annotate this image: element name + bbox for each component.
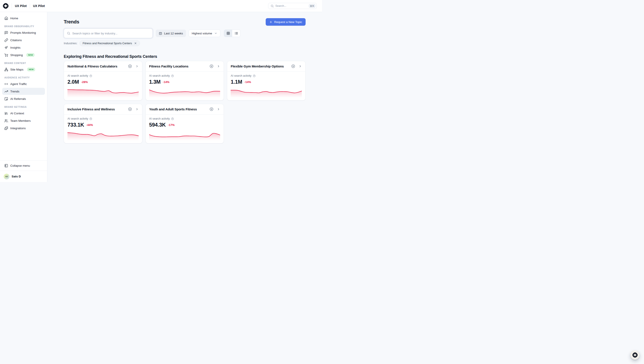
sidebar: Home BRAND OBSERVABILITY Prompts Monitor… — [0, 12, 47, 182]
open-topic-button[interactable] — [217, 64, 220, 68]
open-topic-button[interactable] — [135, 64, 139, 68]
trending-up-icon — [4, 90, 8, 93]
section-label-brand-content: BRAND CONTENT — [2, 62, 45, 64]
add-topic-button[interactable] — [210, 64, 214, 68]
sidebar-item-ai-referrals[interactable]: AI Referrals — [2, 95, 45, 102]
sidebar-item-label: AI Referrals — [10, 97, 26, 100]
add-topic-button[interactable] — [128, 64, 132, 68]
grid-view-button[interactable] — [224, 30, 232, 37]
sidebar-item-shopping[interactable]: Shopping NEW — [2, 52, 45, 58]
sort-label: Highest volume — [192, 32, 212, 35]
remove-filter-button[interactable] — [134, 42, 137, 45]
circle-plus-icon — [210, 107, 214, 111]
new-badge: NEW — [27, 68, 35, 71]
open-topic-button[interactable] — [135, 108, 139, 111]
help-circle-icon[interactable] — [171, 74, 174, 77]
metric-label: AI search activity — [68, 117, 88, 120]
sort-dropdown[interactable]: Highest volume — [188, 30, 220, 37]
sidebar-item-label: Integrations — [10, 126, 26, 130]
chevron-right-icon — [217, 64, 220, 68]
metric-label: AI search activity — [149, 117, 170, 120]
metric-change: -14% — [244, 80, 251, 84]
metric-label-row: AI search activity — [149, 74, 220, 77]
card-header: Flexible Gym Membership Options — [227, 61, 305, 72]
sidebar-item-insights[interactable]: Insights — [2, 44, 45, 51]
collapse-menu-label: Collapse menu — [10, 164, 30, 167]
industries-label: Industries: — [64, 42, 77, 45]
sparkline-chart — [68, 87, 139, 98]
avatar: SD — [4, 174, 10, 179]
collapse-menu-button[interactable]: Collapse menu — [0, 160, 47, 171]
card-header: Nutritional & Fitness Calculators — [64, 61, 142, 72]
metric-change: -17% — [168, 123, 174, 126]
topic-title: Fitness Facility Locations — [149, 64, 188, 68]
circle-plus-icon — [128, 107, 132, 111]
help-circle-icon[interactable] — [89, 74, 92, 77]
sidebar-item-label: Shopping — [10, 54, 23, 57]
header-divider — [12, 3, 12, 8]
sidebar-item-site-maps[interactable]: Site Maps NEW — [2, 66, 45, 73]
section-label-audience-activity: AUDIENCE ACTIVITY — [2, 76, 45, 79]
sidebar-item-label: Prompts Monitoring — [10, 31, 36, 34]
industry-filter-chip[interactable]: Fitness and Recreational Sports Centers — [80, 40, 140, 46]
sidebar-item-prompts-monitoring[interactable]: Prompts Monitoring — [2, 29, 45, 36]
sidebar-item-home[interactable]: Home — [2, 15, 45, 22]
add-topic-button[interactable] — [291, 64, 295, 68]
metric-value: 1.3M — [149, 79, 160, 85]
topic-card[interactable]: Inclusive Fitness and Wellness AI search… — [64, 104, 142, 144]
add-topic-button[interactable] — [128, 107, 132, 111]
topics-search-input[interactable] — [72, 32, 150, 35]
metric-label-row: AI search activity — [68, 117, 139, 120]
sidebar-item-trends[interactable]: Trends — [2, 88, 45, 95]
panel-left-close-icon — [4, 164, 8, 168]
topic-card[interactable]: Fitness Facility Locations AI search act… — [146, 61, 224, 100]
value-row: 733.1K -44% — [68, 122, 139, 128]
metric-change: -44% — [86, 123, 93, 126]
value-row: 1.3M -14% — [149, 79, 220, 85]
metric-label-row: AI search activity — [68, 74, 139, 77]
workspace-name[interactable]: UX Pilot — [33, 4, 45, 8]
metric-label: AI search activity — [149, 74, 170, 77]
sidebar-item-integrations[interactable]: Integrations — [2, 124, 45, 132]
add-topic-button[interactable] — [210, 107, 214, 111]
brand-name[interactable]: UX Pilot — [15, 4, 27, 8]
user-profile[interactable]: SD Sats D — [0, 171, 47, 182]
time-range-selector[interactable]: Last 12 weeks — [156, 30, 186, 37]
library-icon — [4, 112, 8, 115]
sidebar-item-team-members[interactable]: Team Members — [2, 117, 45, 124]
global-search[interactable]: K — [268, 3, 317, 9]
sparkles-icon — [4, 46, 8, 50]
open-topic-button[interactable] — [298, 64, 302, 68]
message-square-text-icon — [4, 31, 8, 34]
request-new-topic-label: Request a New Topic — [274, 20, 302, 24]
sidebar-item-ai-context[interactable]: AI Context — [2, 110, 45, 117]
sidebar-item-citations[interactable]: Citations — [2, 36, 45, 44]
topic-card[interactable]: Youth and Adult Sports Fitness AI search… — [146, 104, 224, 144]
topic-card[interactable]: Flexible Gym Membership Options AI searc… — [227, 61, 306, 100]
sparkline-chart — [149, 130, 220, 140]
global-search-input[interactable] — [275, 4, 307, 8]
sidebar-item-agent-traffic[interactable]: Agent Traffic — [2, 80, 45, 88]
circle-plus-icon — [128, 64, 132, 68]
topics-search[interactable] — [64, 28, 153, 38]
help-circle-icon[interactable] — [171, 118, 174, 120]
metric-value: 733.1K — [68, 122, 84, 128]
section-label-brand-settings: BRAND SETTINGS — [2, 106, 45, 108]
chevron-down-icon — [214, 32, 217, 35]
agent-traffic-icon — [4, 82, 8, 86]
chevron-right-icon — [135, 64, 139, 68]
sidebar-item-label: Insights — [10, 46, 20, 49]
sidebar-nav: Home BRAND OBSERVABILITY Prompts Monitor… — [0, 12, 47, 160]
main-content: Trends Request a New Topic Last 12 weeks… — [47, 12, 322, 182]
topic-title: Youth and Adult Sports Fitness — [149, 107, 197, 111]
sparkline-chart — [68, 130, 139, 140]
shortcut-badge: K — [309, 4, 316, 8]
value-row: 2.0M -28% — [68, 79, 139, 85]
list-view-button[interactable] — [232, 30, 240, 37]
help-circle-icon[interactable] — [89, 118, 92, 120]
open-topic-button[interactable] — [217, 108, 220, 111]
request-new-topic-button[interactable]: Request a New Topic — [266, 18, 306, 26]
topic-card[interactable]: Nutritional & Fitness Calculators AI sea… — [64, 61, 142, 100]
help-circle-icon[interactable] — [253, 74, 256, 77]
metric-value: 1.1M — [231, 79, 242, 85]
